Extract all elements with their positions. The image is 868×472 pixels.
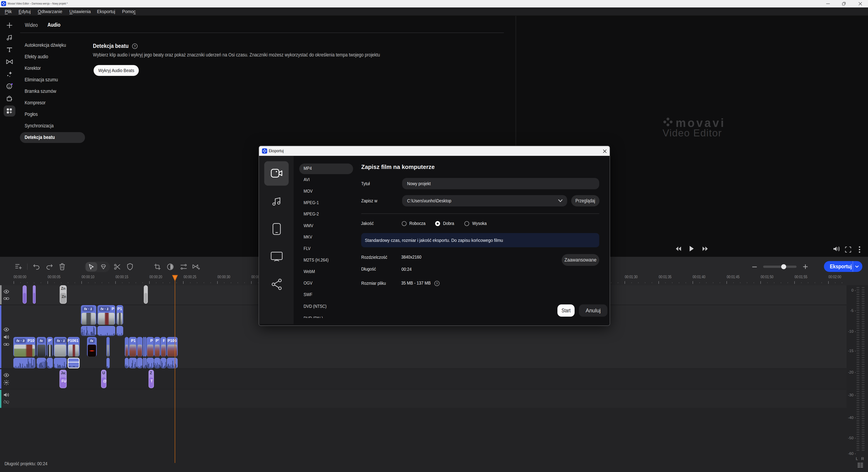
svg-text:?: ? bbox=[134, 44, 136, 48]
svg-text:?: ? bbox=[436, 282, 438, 285]
